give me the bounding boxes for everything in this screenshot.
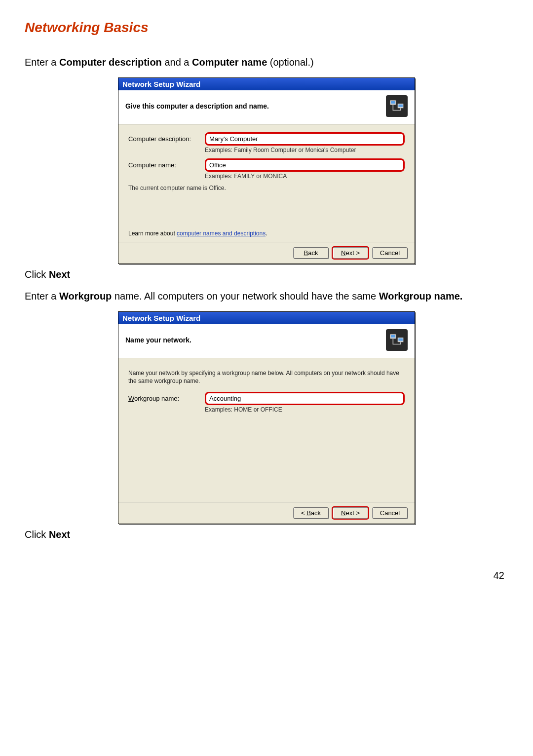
wizard2-button-row: < Back Next > Cancel bbox=[118, 502, 415, 524]
instr2-mid: name. All computers on your network shou… bbox=[112, 291, 379, 302]
current-computer-name: The current computer name is Office. bbox=[128, 185, 405, 191]
svg-rect-3 bbox=[398, 105, 403, 107]
instr2-b2: Workgroup name. bbox=[379, 291, 463, 302]
instr1-pre: Enter a bbox=[25, 57, 59, 68]
wizard1-titlebar: Network Setup Wizard bbox=[118, 78, 415, 90]
instr1-post: (optional.) bbox=[267, 57, 314, 68]
instruction-2: Enter a Workgroup name. All computers on… bbox=[25, 289, 508, 303]
computer-description-hint: Examples: Family Room Computer or Monica… bbox=[205, 147, 405, 153]
computer-description-label: Computer description: bbox=[128, 135, 205, 143]
wizard-computer-name: Network Setup Wizard Give this computer … bbox=[118, 77, 415, 264]
learn-post: . bbox=[266, 230, 267, 237]
next-button[interactable]: Next > bbox=[333, 507, 368, 519]
computer-name-input[interactable] bbox=[205, 158, 405, 172]
network-computers-icon bbox=[386, 95, 408, 117]
instr1-b2: Computer name bbox=[192, 57, 267, 68]
wizard-workgroup: Network Setup Wizard Name your network. … bbox=[118, 311, 415, 524]
back-button[interactable]: < Back bbox=[293, 507, 329, 519]
click-next-2: Click Next bbox=[25, 529, 508, 540]
svg-rect-5 bbox=[391, 335, 395, 338]
computer-name-label: Computer name: bbox=[128, 161, 205, 169]
wizard1-button-row: Back Next > Cancel bbox=[118, 242, 415, 264]
back-button[interactable]: Back bbox=[293, 247, 329, 259]
click-next-1-b: Next bbox=[49, 269, 70, 280]
page-title: Networking Basics bbox=[25, 20, 508, 36]
wizard1-header-text: Give this computer a description and nam… bbox=[125, 102, 269, 110]
click-next-2-pre: Click bbox=[25, 529, 49, 540]
click-next-1: Click Next bbox=[25, 269, 508, 280]
instruction-1: Enter a Computer description and a Compu… bbox=[25, 55, 508, 70]
cancel-button[interactable]: Cancel bbox=[372, 507, 408, 519]
instr2-pre: Enter a bbox=[25, 291, 59, 302]
workgroup-name-input[interactable] bbox=[205, 392, 405, 405]
instr2-b1: Workgroup bbox=[59, 291, 112, 302]
cancel-button[interactable]: Cancel bbox=[372, 247, 408, 259]
learn-pre: Learn more about bbox=[128, 230, 177, 237]
svg-rect-1 bbox=[391, 101, 395, 104]
click-next-2-b: Next bbox=[49, 529, 70, 540]
learn-more-line: Learn more about computer names and desc… bbox=[128, 230, 405, 237]
computer-name-hint: Examples: FAMILY or MONICA bbox=[205, 173, 405, 180]
svg-rect-7 bbox=[398, 339, 403, 341]
wizard2-titlebar: Network Setup Wizard bbox=[118, 312, 415, 324]
wizard2-body: Name your network by specifying a workgr… bbox=[118, 358, 415, 502]
wizard1-header: Give this computer a description and nam… bbox=[118, 90, 415, 124]
wizard2-body-text: Name your network by specifying a workgr… bbox=[128, 369, 405, 385]
wizard2-header: Name your network. bbox=[118, 324, 415, 358]
next-button[interactable]: Next > bbox=[333, 247, 368, 259]
workgroup-name-hint: Examples: HOME or OFFICE bbox=[205, 406, 405, 413]
computer-description-input[interactable] bbox=[205, 132, 405, 146]
click-next-1-pre: Click bbox=[25, 269, 49, 280]
wizard1-body: Computer description: Examples: Family R… bbox=[118, 124, 415, 242]
page-number: 42 bbox=[25, 570, 508, 581]
learn-more-link[interactable]: computer names and descriptions bbox=[177, 230, 266, 237]
instr1-b1: Computer description bbox=[59, 57, 162, 68]
network-computers-icon bbox=[386, 329, 408, 351]
instr1-mid: and a bbox=[162, 57, 192, 68]
workgroup-name-label: Workgroup name: bbox=[128, 395, 205, 402]
wizard2-header-text: Name your network. bbox=[125, 336, 191, 344]
